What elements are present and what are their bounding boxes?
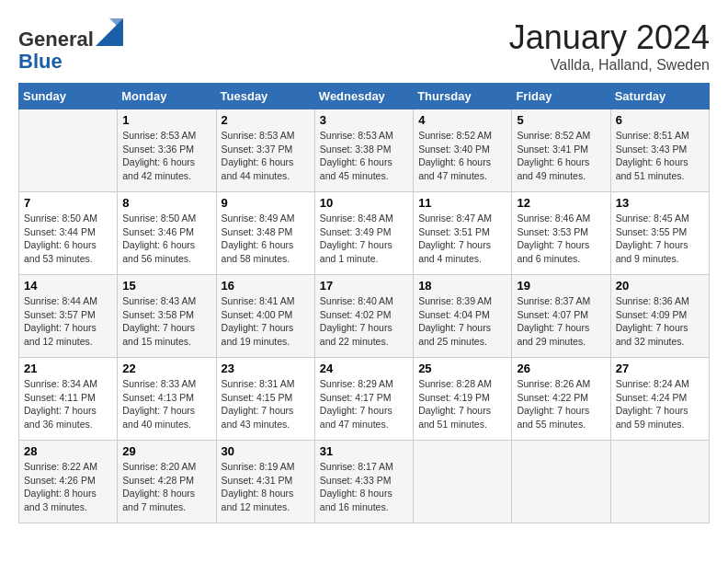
logo-icon [96,18,123,46]
day-number: 7 [24,196,112,210]
day-number: 6 [616,113,704,127]
day-number: 2 [222,113,310,127]
day-number: 28 [24,444,112,458]
day-info: Sunrise: 8:47 AM Sunset: 3:51 PM Dayligh… [418,212,506,266]
month-title: January 2024 [509,18,710,57]
day-info: Sunrise: 8:31 AM Sunset: 4:15 PM Dayligh… [222,377,310,431]
calendar-cell-w4-d3: 24Sunrise: 8:29 AM Sunset: 4:17 PM Dayli… [314,358,413,441]
calendar-cell-w3-d3: 17Sunrise: 8:40 AM Sunset: 4:02 PM Dayli… [314,275,413,358]
week-row-5: 28Sunrise: 8:22 AM Sunset: 4:26 PM Dayli… [19,441,710,523]
calendar-cell-w4-d0: 21Sunrise: 8:34 AM Sunset: 4:11 PM Dayli… [19,358,118,441]
day-number: 14 [24,279,112,293]
week-row-3: 14Sunrise: 8:44 AM Sunset: 3:57 PM Dayli… [19,275,710,358]
day-info: Sunrise: 8:52 AM Sunset: 3:40 PM Dayligh… [418,129,506,183]
day-info: Sunrise: 8:36 AM Sunset: 4:09 PM Dayligh… [616,294,704,349]
calendar-cell-w2-d5: 12Sunrise: 8:46 AM Sunset: 3:53 PM Dayli… [512,192,610,275]
calendar-cell-w5-d2: 30Sunrise: 8:19 AM Sunset: 4:31 PM Dayli… [216,441,314,523]
day-info: Sunrise: 8:48 AM Sunset: 3:49 PM Dayligh… [320,212,408,266]
day-info: Sunrise: 8:17 AM Sunset: 4:33 PM Dayligh… [320,460,408,514]
day-info: Sunrise: 8:45 AM Sunset: 3:55 PM Dayligh… [616,212,704,266]
day-info: Sunrise: 8:34 AM Sunset: 4:11 PM Dayligh… [24,377,112,431]
calendar-cell-w3-d4: 18Sunrise: 8:39 AM Sunset: 4:04 PM Dayli… [414,275,512,358]
day-info: Sunrise: 8:22 AM Sunset: 4:26 PM Dayligh… [24,460,112,514]
calendar-table: Sunday Monday Tuesday Wednesday Thursday… [18,83,710,523]
logo: General Blue [18,18,123,73]
calendar-cell-w4-d4: 25Sunrise: 8:28 AM Sunset: 4:19 PM Dayli… [414,358,512,441]
day-number: 25 [418,362,506,375]
day-info: Sunrise: 8:39 AM Sunset: 4:04 PM Dayligh… [418,294,506,349]
day-info: Sunrise: 8:40 AM Sunset: 4:02 PM Dayligh… [320,294,408,349]
calendar-cell-w3-d1: 15Sunrise: 8:43 AM Sunset: 3:58 PM Dayli… [118,275,216,358]
header-tuesday: Tuesday [216,84,314,109]
day-info: Sunrise: 8:49 AM Sunset: 3:48 PM Dayligh… [222,212,310,266]
day-number: 12 [517,196,605,210]
header-friday: Friday [512,84,610,109]
calendar-cell-w1-d0 [19,109,118,192]
calendar-cell-w3-d0: 14Sunrise: 8:44 AM Sunset: 3:57 PM Dayli… [19,275,118,358]
day-number: 30 [222,444,310,458]
header-wednesday: Wednesday [314,84,413,109]
day-info: Sunrise: 8:20 AM Sunset: 4:28 PM Dayligh… [122,460,210,514]
day-info: Sunrise: 8:41 AM Sunset: 4:00 PM Dayligh… [222,294,310,349]
day-number: 20 [616,279,704,293]
day-number: 18 [418,279,506,293]
day-info: Sunrise: 8:53 AM Sunset: 3:36 PM Dayligh… [122,129,210,183]
day-number: 4 [418,113,506,127]
day-info: Sunrise: 8:52 AM Sunset: 3:41 PM Dayligh… [517,129,605,183]
day-info: Sunrise: 8:53 AM Sunset: 3:37 PM Dayligh… [222,129,310,183]
day-number: 19 [517,279,605,293]
title-block: January 2024 Vallda, Halland, Sweden [509,18,710,74]
day-number: 13 [616,196,704,210]
calendar-cell-w1-d6: 6Sunrise: 8:51 AM Sunset: 3:43 PM Daylig… [610,109,709,192]
day-info: Sunrise: 8:50 AM Sunset: 3:44 PM Dayligh… [24,212,112,266]
calendar-cell-w1-d4: 4Sunrise: 8:52 AM Sunset: 3:40 PM Daylig… [414,109,512,192]
calendar-cell-w5-d0: 28Sunrise: 8:22 AM Sunset: 4:26 PM Dayli… [19,441,118,523]
calendar-cell-w2-d1: 8Sunrise: 8:50 AM Sunset: 3:46 PM Daylig… [118,192,216,275]
day-headers-row: Sunday Monday Tuesday Wednesday Thursday… [19,84,710,109]
day-number: 8 [122,196,210,210]
day-number: 23 [222,362,310,375]
day-number: 29 [122,444,210,458]
logo-blue-text: Blue [18,50,63,73]
calendar-cell-w5-d4 [414,441,512,523]
calendar-cell-w4-d6: 27Sunrise: 8:24 AM Sunset: 4:24 PM Dayli… [610,358,709,441]
day-number: 26 [517,362,605,375]
day-number: 9 [222,196,310,210]
day-number: 1 [122,113,210,127]
header-saturday: Saturday [610,84,709,109]
day-number: 31 [320,444,408,458]
calendar-cell-w5-d5 [512,441,610,523]
day-info: Sunrise: 8:51 AM Sunset: 3:43 PM Dayligh… [616,129,704,183]
calendar-cell-w1-d2: 2Sunrise: 8:53 AM Sunset: 3:37 PM Daylig… [216,109,314,192]
calendar-cell-w5-d6 [610,441,709,523]
calendar-cell-w2-d3: 10Sunrise: 8:48 AM Sunset: 3:49 PM Dayli… [314,192,413,275]
day-info: Sunrise: 8:24 AM Sunset: 4:24 PM Dayligh… [616,377,704,431]
day-number: 3 [320,113,408,127]
day-number: 17 [320,279,408,293]
calendar-cell-w2-d6: 13Sunrise: 8:45 AM Sunset: 3:55 PM Dayli… [610,192,709,275]
day-number: 11 [418,196,506,210]
logo-general-text: General [18,28,94,51]
day-number: 22 [122,362,210,375]
day-info: Sunrise: 8:19 AM Sunset: 4:31 PM Dayligh… [222,460,310,514]
week-row-1: 1Sunrise: 8:53 AM Sunset: 3:36 PM Daylig… [19,109,710,192]
day-info: Sunrise: 8:46 AM Sunset: 3:53 PM Dayligh… [517,212,605,266]
day-info: Sunrise: 8:43 AM Sunset: 3:58 PM Dayligh… [122,294,210,349]
day-number: 27 [616,362,704,375]
day-number: 10 [320,196,408,210]
calendar-cell-w3-d5: 19Sunrise: 8:37 AM Sunset: 4:07 PM Dayli… [512,275,610,358]
day-info: Sunrise: 8:53 AM Sunset: 3:38 PM Dayligh… [320,129,408,183]
week-row-4: 21Sunrise: 8:34 AM Sunset: 4:11 PM Dayli… [19,358,710,441]
calendar-cell-w2-d0: 7Sunrise: 8:50 AM Sunset: 3:44 PM Daylig… [19,192,118,275]
day-number: 21 [24,362,112,375]
calendar-cell-w4-d5: 26Sunrise: 8:26 AM Sunset: 4:22 PM Dayli… [512,358,610,441]
week-row-2: 7Sunrise: 8:50 AM Sunset: 3:44 PM Daylig… [19,192,710,275]
calendar-cell-w4-d2: 23Sunrise: 8:31 AM Sunset: 4:15 PM Dayli… [216,358,314,441]
day-info: Sunrise: 8:37 AM Sunset: 4:07 PM Dayligh… [517,294,605,349]
day-info: Sunrise: 8:26 AM Sunset: 4:22 PM Dayligh… [517,377,605,431]
day-info: Sunrise: 8:33 AM Sunset: 4:13 PM Dayligh… [122,377,210,431]
page-header: General Blue January 2024 Vallda, Hallan… [18,18,710,74]
day-info: Sunrise: 8:29 AM Sunset: 4:17 PM Dayligh… [320,377,408,431]
location-title: Vallda, Halland, Sweden [509,57,710,74]
calendar-cell-w5-d1: 29Sunrise: 8:20 AM Sunset: 4:28 PM Dayli… [118,441,216,523]
